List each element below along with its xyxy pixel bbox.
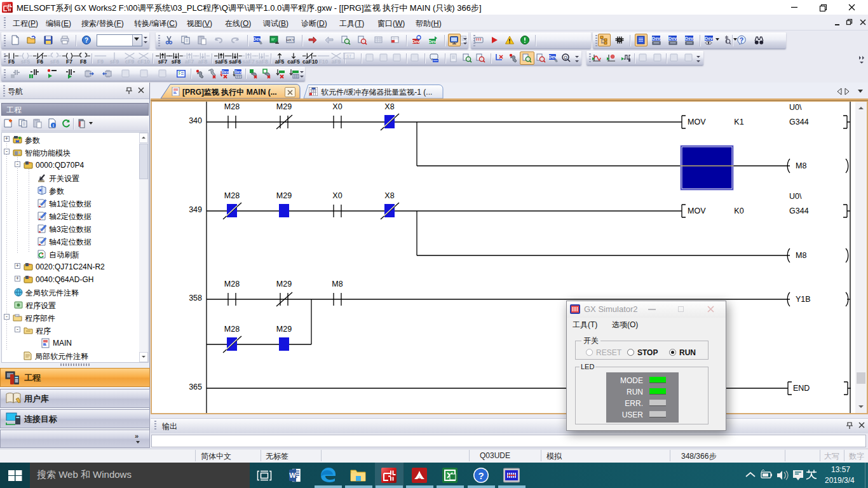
svg-text:M8: M8 (796, 161, 806, 170)
svg-text:358: 358 (189, 294, 202, 302)
svg-text:Y1B: Y1B (796, 295, 811, 304)
svg-text:M29: M29 (276, 280, 292, 288)
svg-text:Dev: Dev (234, 70, 242, 74)
svg-text:Dev: Dev (705, 36, 713, 41)
svg-text:U0\: U0\ (789, 192, 802, 201)
svg-text:U0\: U0\ (789, 103, 802, 112)
svg-text:Dev: Dev (253, 37, 261, 41)
svg-text:M28: M28 (224, 325, 240, 334)
svg-text:i: i (53, 123, 54, 128)
svg-text:M8: M8 (332, 280, 342, 288)
svg-text:X0: X0 (332, 191, 342, 200)
svg-text:Dev: Dev (548, 55, 557, 59)
svg-text:X8: X8 (384, 102, 394, 111)
svg-text:K0: K0 (734, 207, 743, 215)
svg-text:349: 349 (189, 205, 202, 214)
svg-text:K1: K1 (734, 118, 743, 126)
svg-text:MOV: MOV (688, 207, 706, 215)
svg-text:X0: X0 (332, 102, 342, 111)
svg-text:?: ? (85, 37, 88, 44)
svg-text:M29: M29 (276, 325, 292, 334)
svg-text:365: 365 (189, 383, 202, 391)
svg-text:MOV: MOV (688, 118, 706, 126)
svg-text:HKY: HKY (287, 38, 294, 42)
svg-text:M29: M29 (276, 191, 292, 200)
svg-text:?: ? (740, 36, 743, 44)
svg-text:M28: M28 (224, 102, 240, 111)
svg-text:Dev: Dev (685, 36, 693, 41)
svg-text:END: END (793, 384, 810, 393)
svg-text:ST: ST (346, 54, 351, 58)
svg-text:M8: M8 (796, 251, 806, 260)
svg-text:X8: X8 (384, 191, 394, 200)
svg-text:340: 340 (189, 116, 202, 125)
svg-text:?: ? (478, 470, 484, 481)
svg-text:Dev: Dev (652, 36, 660, 41)
svg-text:Dev: Dev (429, 39, 437, 44)
svg-text:G344: G344 (789, 207, 809, 215)
svg-text:M29: M29 (276, 102, 292, 111)
svg-text:W: W (289, 471, 296, 479)
svg-text:G344: G344 (789, 118, 809, 126)
svg-text:Dev: Dev (222, 70, 229, 74)
svg-text:Dev: Dev (668, 36, 677, 41)
svg-text:Q: Q (564, 55, 567, 60)
svg-text:M28: M28 (224, 280, 240, 288)
svg-text:M28: M28 (224, 191, 240, 200)
